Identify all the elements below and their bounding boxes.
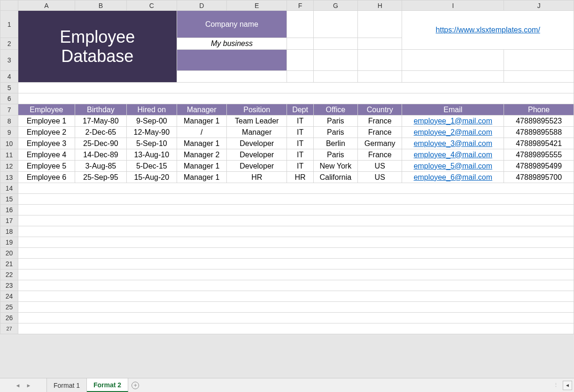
cell-G4[interactable] <box>313 71 357 83</box>
cell-F4[interactable] <box>287 71 313 83</box>
cell-hired[interactable]: 5-Sep-10 <box>127 138 177 149</box>
blank-row[interactable] <box>18 269 574 280</box>
col-header-F[interactable]: F <box>287 0 313 11</box>
template-link[interactable]: https://www.xlsxtemplates.com/ <box>436 26 540 34</box>
th-hired[interactable]: Hired on <box>127 104 177 115</box>
row-header-22[interactable]: 22 <box>0 269 18 280</box>
cell-email[interactable]: employee_4@mail.com <box>402 149 504 161</box>
spreadsheet-grid[interactable]: A B C D E F G H I J 1 Employee Database … <box>0 0 574 378</box>
cell-H1[interactable] <box>358 11 402 38</box>
cell-office[interactable]: California <box>313 172 357 183</box>
row-header-10[interactable]: 10 <box>0 138 18 149</box>
cell-dept[interactable]: HR <box>287 172 313 183</box>
th-position[interactable]: Position <box>226 104 287 115</box>
col-header-I[interactable]: I <box>402 0 504 11</box>
cell-employee[interactable]: Employee 2 <box>18 127 75 138</box>
tab-next-icon[interactable]: ► <box>26 383 31 388</box>
th-email[interactable]: Email <box>402 104 504 115</box>
cell-birthday[interactable]: 14-Dec-89 <box>75 149 126 161</box>
blank-row[interactable] <box>18 313 574 323</box>
cell-employee[interactable]: Employee 3 <box>18 138 75 149</box>
blank-row[interactable] <box>18 194 574 205</box>
blank-row[interactable] <box>18 259 574 269</box>
cell-country[interactable]: France <box>358 115 402 127</box>
cell-email[interactable]: employee_3@mail.com <box>402 138 504 149</box>
email-link[interactable]: employee_1@mail.com <box>414 117 492 125</box>
row-header-4[interactable]: 4 <box>0 71 18 83</box>
select-all-corner[interactable] <box>0 0 18 11</box>
cell-office[interactable]: Paris <box>313 127 357 138</box>
row-header-3[interactable]: 3 <box>0 50 18 71</box>
cell-position[interactable]: Manager <box>226 127 287 138</box>
cell-employee[interactable]: Employee 1 <box>18 115 75 127</box>
cell-office[interactable]: Berlin <box>313 138 357 149</box>
row-header-8[interactable]: 8 <box>0 115 18 127</box>
cell-G1[interactable] <box>313 11 357 38</box>
cell-phone[interactable]: 47889895499 <box>504 161 574 172</box>
tab-nav-buttons[interactable]: ◄ ► <box>0 378 47 392</box>
cell-office[interactable]: Paris <box>313 115 357 127</box>
hscroll-left-button[interactable]: ◄ <box>563 381 572 390</box>
th-manager[interactable]: Manager <box>177 104 226 115</box>
tab-prev-icon[interactable]: ◄ <box>16 383 21 388</box>
row-header-25[interactable]: 25 <box>0 302 18 313</box>
cell-hired[interactable]: 13-Aug-10 <box>127 149 177 161</box>
col-header-C[interactable]: C <box>127 0 177 11</box>
cell-employee[interactable]: Employee 6 <box>18 172 75 183</box>
template-link-cell[interactable]: https://www.xlsxtemplates.com/ <box>402 11 574 50</box>
cell-H4[interactable] <box>358 71 402 83</box>
cell-hired[interactable]: 15-Aug-20 <box>127 172 177 183</box>
name-label-strip[interactable] <box>177 50 287 71</box>
blank-row[interactable] <box>18 215 574 226</box>
cell-office[interactable]: Paris <box>313 149 357 161</box>
blank-row[interactable] <box>18 302 574 313</box>
tab-format-2[interactable]: Format 2 <box>87 378 128 392</box>
title-block[interactable]: Employee Database <box>18 11 177 83</box>
cell-I3[interactable] <box>402 50 504 71</box>
cell-F3[interactable] <box>287 50 313 71</box>
cell-phone[interactable]: 47889895421 <box>504 138 574 149</box>
col-header-B[interactable]: B <box>75 0 126 11</box>
th-employee[interactable]: Employee <box>18 104 75 115</box>
cell-manager[interactable]: Manager 1 <box>177 172 226 183</box>
cell-position[interactable]: Team Leader <box>226 115 287 127</box>
cell-birthday[interactable]: 17-May-80 <box>75 115 126 127</box>
cell-F2[interactable] <box>287 38 313 50</box>
email-link[interactable]: employee_6@mail.com <box>414 173 492 181</box>
cell-H3[interactable] <box>358 50 402 71</box>
col-header-D[interactable]: D <box>177 0 226 11</box>
row-header-11[interactable]: 11 <box>0 149 18 161</box>
cell-country[interactable]: US <box>358 172 402 183</box>
add-sheet-button[interactable]: + <box>128 378 142 392</box>
cell-birthday[interactable]: 25-Dec-90 <box>75 138 126 149</box>
cell-dept[interactable]: IT <box>287 161 313 172</box>
row-header-21[interactable]: 21 <box>0 259 18 269</box>
cell-F1[interactable] <box>287 11 313 38</box>
row-header-15[interactable]: 15 <box>0 194 18 205</box>
col-header-H[interactable]: H <box>358 0 402 11</box>
cell-hired[interactable]: 5-Dec-15 <box>127 161 177 172</box>
row-header-1[interactable]: 1 <box>0 11 18 38</box>
cell-hired[interactable]: 12-May-90 <box>127 127 177 138</box>
col-header-G[interactable]: G <box>313 0 357 11</box>
company-name-value[interactable]: My business <box>177 38 287 50</box>
cell-J4[interactable] <box>504 71 574 83</box>
cell-phone[interactable]: 47889895523 <box>504 115 574 127</box>
email-link[interactable]: employee_3@mail.com <box>414 139 492 147</box>
cell-phone[interactable]: 47889895700 <box>504 172 574 183</box>
th-office[interactable]: Office <box>313 104 357 115</box>
row-header-20[interactable]: 20 <box>0 248 18 259</box>
row-header-18[interactable]: 18 <box>0 226 18 237</box>
company-name-label[interactable]: Company name <box>177 11 287 38</box>
cell-office[interactable]: New York <box>313 161 357 172</box>
row-header-16[interactable]: 16 <box>0 205 18 215</box>
cell-dept[interactable]: IT <box>287 115 313 127</box>
th-country[interactable]: Country <box>358 104 402 115</box>
cell-I4[interactable] <box>402 71 504 83</box>
cell-phone[interactable]: 47889895588 <box>504 127 574 138</box>
row-header-6[interactable]: 6 <box>0 93 18 104</box>
th-phone[interactable]: Phone <box>504 104 574 115</box>
row-header-5[interactable]: 5 <box>0 83 18 93</box>
row-header-17[interactable]: 17 <box>0 215 18 226</box>
cell-manager[interactable]: Manager 1 <box>177 161 226 172</box>
